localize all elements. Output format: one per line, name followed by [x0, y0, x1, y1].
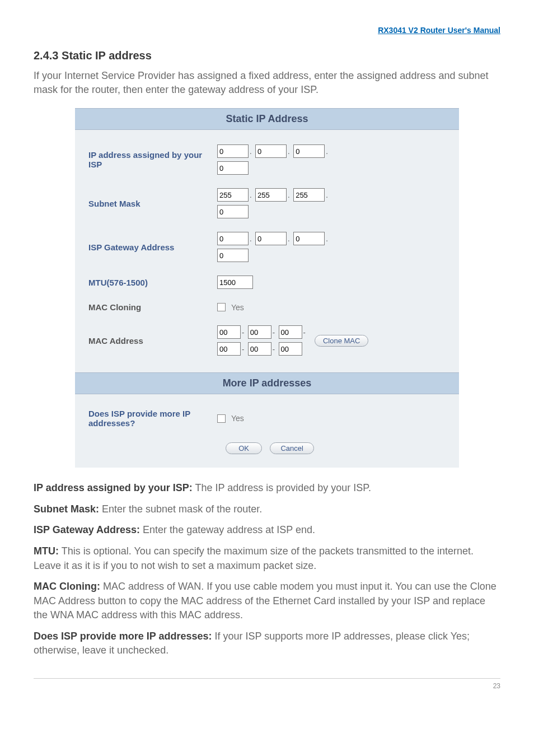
ip-assigned-oct3[interactable] — [293, 144, 325, 158]
para-text: Enter the gateway address at ISP end. — [140, 524, 315, 535]
gateway-oct2[interactable] — [255, 232, 287, 245]
ip-assigned-oct4[interactable] — [217, 161, 249, 175]
label-mac-cloning: MAC Cloning — [88, 302, 217, 312]
body-paragraph: Subnet Mask: Enter the subnet mask of th… — [34, 502, 500, 517]
para-text: This is optional. You can specify the ma… — [34, 545, 474, 571]
subnet-oct2[interactable] — [255, 188, 287, 202]
mac-oct2[interactable] — [248, 325, 271, 339]
body-paragraph: MTU: This is optional. You can specify t… — [34, 544, 500, 573]
subnet-oct1[interactable] — [217, 188, 249, 202]
para-bold: IP address assigned by your ISP: — [34, 482, 193, 493]
mac-oct6[interactable] — [279, 342, 302, 356]
section-heading: 2.4.3 Static IP address — [34, 49, 500, 62]
gateway-oct1[interactable] — [217, 232, 249, 245]
panel-title-static-ip: Static IP Address — [75, 108, 459, 130]
para-bold: ISP Gateway Address: — [34, 524, 140, 535]
mac-oct5[interactable] — [248, 342, 271, 356]
gateway-oct4[interactable] — [217, 249, 249, 262]
mac-cloning-text: Yes — [231, 303, 244, 312]
ok-button[interactable]: OK — [226, 442, 262, 454]
header-link[interactable]: RX3041 V2 Router User's Manual — [34, 26, 500, 35]
para-bold: Subnet Mask: — [34, 503, 99, 515]
subnet-oct4[interactable] — [217, 205, 249, 218]
page-number: 23 — [34, 678, 500, 690]
body-paragraph: ISP Gateway Address: Enter the gateway a… — [34, 523, 500, 538]
mtu-input[interactable] — [217, 276, 253, 289]
ip-assigned-oct1[interactable] — [217, 144, 249, 158]
intro-text: If your Internet Service Provider has as… — [34, 69, 500, 97]
panel-title-more-ip: More IP addresses — [75, 372, 459, 394]
ip-assigned-oct2[interactable] — [255, 144, 287, 158]
label-gateway: ISP Gateway Address — [88, 242, 217, 252]
label-mtu: MTU(576-1500) — [88, 278, 217, 287]
mac-oct3[interactable] — [279, 325, 302, 339]
mac-oct1[interactable] — [217, 325, 241, 339]
para-text: MAC address of WAN. If you use cable mod… — [34, 581, 496, 620]
para-bold: Does ISP provide more IP addresses: — [34, 631, 212, 642]
label-more-ip: Does ISP provide more IP addresses? — [88, 409, 217, 428]
more-ip-text: Yes — [231, 414, 244, 423]
body-paragraph: IP address assigned by your ISP: The IP … — [34, 481, 500, 496]
para-bold: MTU: — [34, 545, 59, 557]
cancel-button[interactable]: Cancel — [270, 442, 313, 454]
router-form-figure: Static IP Address IP address assigned by… — [34, 108, 500, 468]
clone-mac-button[interactable]: Clone MAC — [315, 335, 368, 347]
mac-cloning-checkbox[interactable] — [217, 303, 226, 311]
para-text: The IP address is provided by your ISP. — [193, 482, 371, 493]
label-ip-assigned: IP address assigned by your ISP — [88, 150, 217, 169]
body-paragraph: MAC Cloning: MAC address of WAN. If you … — [34, 580, 500, 623]
para-bold: MAC Cloning: — [34, 581, 100, 592]
label-subnet: Subnet Mask — [88, 199, 217, 208]
subnet-oct3[interactable] — [293, 188, 325, 202]
para-text: Enter the subnet mask of the router. — [99, 503, 262, 515]
body-paragraph: Does ISP provide more IP addresses: If y… — [34, 629, 500, 658]
gateway-oct3[interactable] — [293, 232, 325, 245]
mac-oct4[interactable] — [217, 342, 241, 356]
label-mac-address: MAC Address — [88, 336, 217, 346]
more-ip-checkbox[interactable] — [217, 414, 226, 423]
